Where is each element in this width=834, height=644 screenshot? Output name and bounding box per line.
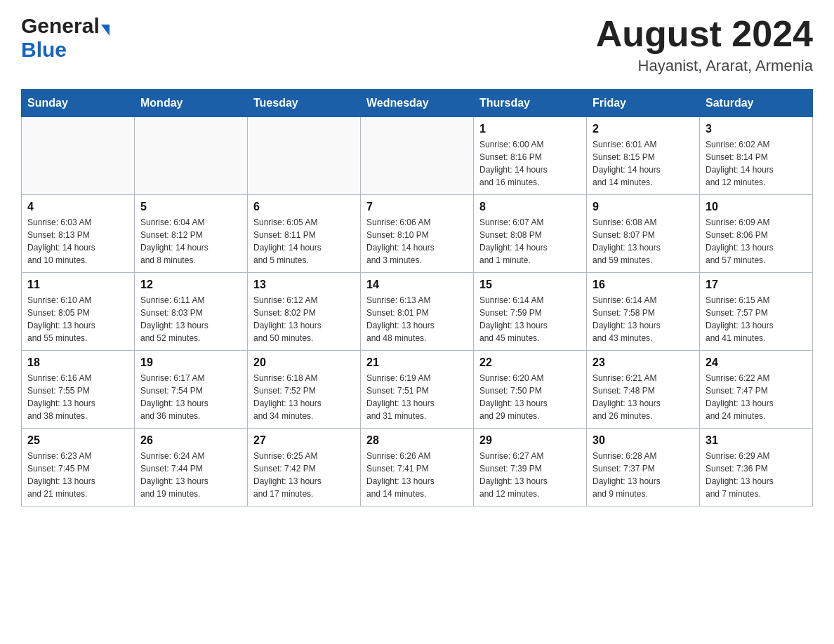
calendar-week-row: 4Sunrise: 6:03 AM Sunset: 8:13 PM Daylig… [22,195,813,273]
day-info: Sunrise: 6:23 AM Sunset: 7:45 PM Dayligh… [27,450,128,500]
calendar-day-cell: 31Sunrise: 6:29 AM Sunset: 7:36 PM Dayli… [700,429,813,507]
calendar-day-cell: 13Sunrise: 6:12 AM Sunset: 8:02 PM Dayli… [248,273,361,351]
day-number: 7 [366,201,468,213]
calendar-day-cell: 3Sunrise: 6:02 AM Sunset: 8:14 PM Daylig… [700,117,813,195]
calendar-day-cell: 5Sunrise: 6:04 AM Sunset: 8:12 PM Daylig… [135,195,248,273]
day-info: Sunrise: 6:20 AM Sunset: 7:50 PM Dayligh… [479,372,581,422]
calendar-day-cell: 20Sunrise: 6:18 AM Sunset: 7:52 PM Dayli… [248,351,361,429]
day-info: Sunrise: 6:08 AM Sunset: 8:07 PM Dayligh… [593,216,694,267]
title-block: August 2024 Hayanist, Ararat, Armenia [596,14,813,75]
day-info: Sunrise: 6:06 AM Sunset: 8:10 PM Dayligh… [366,216,468,267]
day-number: 26 [140,434,241,447]
day-info: Sunrise: 6:13 AM Sunset: 8:01 PM Dayligh… [366,294,468,344]
calendar-day-cell: 21Sunrise: 6:19 AM Sunset: 7:51 PM Dayli… [361,351,474,429]
calendar-day-cell: 18Sunrise: 6:16 AM Sunset: 7:55 PM Dayli… [22,351,135,429]
calendar-day-cell [248,117,361,195]
calendar-day-cell: 11Sunrise: 6:10 AM Sunset: 8:05 PM Dayli… [22,273,135,351]
day-number: 16 [593,279,694,291]
calendar-header: SundayMondayTuesdayWednesdayThursdayFrid… [22,90,813,117]
day-number: 12 [140,279,241,291]
calendar-day-cell: 4Sunrise: 6:03 AM Sunset: 8:13 PM Daylig… [22,195,135,273]
day-number: 13 [253,279,355,291]
day-number: 5 [140,201,241,213]
day-number: 24 [706,356,807,369]
calendar-day-cell: 24Sunrise: 6:22 AM Sunset: 7:47 PM Dayli… [700,351,813,429]
day-info: Sunrise: 6:17 AM Sunset: 7:54 PM Dayligh… [140,372,241,422]
logo-blue-text: Blue [21,38,67,61]
day-info: Sunrise: 6:14 AM Sunset: 7:59 PM Dayligh… [479,294,581,344]
day-info: Sunrise: 6:07 AM Sunset: 8:08 PM Dayligh… [479,216,581,267]
day-info: Sunrise: 6:04 AM Sunset: 8:12 PM Dayligh… [140,216,241,267]
day-info: Sunrise: 6:03 AM Sunset: 8:13 PM Dayligh… [27,216,128,267]
day-info: Sunrise: 6:11 AM Sunset: 8:03 PM Dayligh… [140,294,241,344]
logo-arrow-icon [101,25,110,36]
location-title: Hayanist, Ararat, Armenia [596,57,813,75]
calendar-table: SundayMondayTuesdayWednesdayThursdayFrid… [21,89,813,507]
day-number: 19 [140,356,241,369]
calendar-day-cell: 26Sunrise: 6:24 AM Sunset: 7:44 PM Dayli… [135,429,248,507]
calendar-day-cell [135,117,248,195]
day-number: 18 [27,356,128,369]
day-number: 22 [479,356,581,369]
logo-general-text: General [21,14,100,38]
day-info: Sunrise: 6:10 AM Sunset: 8:05 PM Dayligh… [27,294,128,344]
calendar-day-cell: 16Sunrise: 6:14 AM Sunset: 7:58 PM Dayli… [587,273,700,351]
day-of-week-header: Wednesday [361,90,474,117]
day-info: Sunrise: 6:16 AM Sunset: 7:55 PM Dayligh… [27,372,128,422]
day-info: Sunrise: 6:29 AM Sunset: 7:36 PM Dayligh… [706,450,807,500]
day-info: Sunrise: 6:05 AM Sunset: 8:11 PM Dayligh… [253,216,355,267]
day-info: Sunrise: 6:09 AM Sunset: 8:06 PM Dayligh… [706,216,807,267]
day-info: Sunrise: 6:12 AM Sunset: 8:02 PM Dayligh… [253,294,355,344]
day-of-week-header: Tuesday [248,90,361,117]
day-info: Sunrise: 6:19 AM Sunset: 7:51 PM Dayligh… [366,372,468,422]
day-info: Sunrise: 6:28 AM Sunset: 7:37 PM Dayligh… [593,450,694,500]
calendar-day-cell: 8Sunrise: 6:07 AM Sunset: 8:08 PM Daylig… [474,195,587,273]
day-info: Sunrise: 6:21 AM Sunset: 7:48 PM Dayligh… [593,372,694,422]
day-number: 1 [479,123,581,135]
day-of-week-header: Saturday [700,90,813,117]
calendar-day-cell: 22Sunrise: 6:20 AM Sunset: 7:50 PM Dayli… [474,351,587,429]
day-number: 28 [366,434,468,447]
day-of-week-header: Sunday [22,90,135,117]
calendar-day-cell: 6Sunrise: 6:05 AM Sunset: 8:11 PM Daylig… [248,195,361,273]
calendar-day-cell: 29Sunrise: 6:27 AM Sunset: 7:39 PM Dayli… [474,429,587,507]
month-title: August 2024 [596,14,813,54]
day-info: Sunrise: 6:27 AM Sunset: 7:39 PM Dayligh… [479,450,581,500]
calendar-day-cell: 23Sunrise: 6:21 AM Sunset: 7:48 PM Dayli… [587,351,700,429]
day-number: 30 [593,434,694,447]
day-info: Sunrise: 6:14 AM Sunset: 7:58 PM Dayligh… [593,294,694,344]
calendar-day-cell: 15Sunrise: 6:14 AM Sunset: 7:59 PM Dayli… [474,273,587,351]
day-number: 25 [27,434,128,447]
day-number: 29 [479,434,581,447]
day-of-week-header: Monday [135,90,248,117]
day-info: Sunrise: 6:15 AM Sunset: 7:57 PM Dayligh… [706,294,807,344]
calendar-day-cell: 27Sunrise: 6:25 AM Sunset: 7:42 PM Dayli… [248,429,361,507]
day-of-week-header: Friday [587,90,700,117]
day-number: 17 [706,279,807,291]
page-header: General Blue August 2024 Hayanist, Arara… [21,14,813,75]
day-number: 14 [366,279,468,291]
calendar-week-row: 25Sunrise: 6:23 AM Sunset: 7:45 PM Dayli… [22,429,813,507]
calendar-week-row: 1Sunrise: 6:00 AM Sunset: 8:16 PM Daylig… [22,117,813,195]
day-number: 8 [479,201,581,213]
header-row: SundayMondayTuesdayWednesdayThursdayFrid… [22,90,813,117]
calendar-day-cell: 30Sunrise: 6:28 AM Sunset: 7:37 PM Dayli… [587,429,700,507]
day-info: Sunrise: 6:25 AM Sunset: 7:42 PM Dayligh… [253,450,355,500]
calendar-day-cell: 19Sunrise: 6:17 AM Sunset: 7:54 PM Dayli… [135,351,248,429]
day-number: 4 [27,201,128,213]
day-of-week-header: Thursday [474,90,587,117]
logo: General Blue [21,14,110,62]
day-number: 15 [479,279,581,291]
day-info: Sunrise: 6:26 AM Sunset: 7:41 PM Dayligh… [366,450,468,500]
day-number: 27 [253,434,355,447]
day-number: 21 [366,356,468,369]
calendar-day-cell: 7Sunrise: 6:06 AM Sunset: 8:10 PM Daylig… [361,195,474,273]
day-number: 9 [593,201,694,213]
day-info: Sunrise: 6:18 AM Sunset: 7:52 PM Dayligh… [253,372,355,422]
day-number: 6 [253,201,355,213]
calendar-week-row: 18Sunrise: 6:16 AM Sunset: 7:55 PM Dayli… [22,351,813,429]
calendar-day-cell: 2Sunrise: 6:01 AM Sunset: 8:15 PM Daylig… [587,117,700,195]
day-number: 11 [27,279,128,291]
calendar-week-row: 11Sunrise: 6:10 AM Sunset: 8:05 PM Dayli… [22,273,813,351]
day-number: 2 [593,123,694,135]
